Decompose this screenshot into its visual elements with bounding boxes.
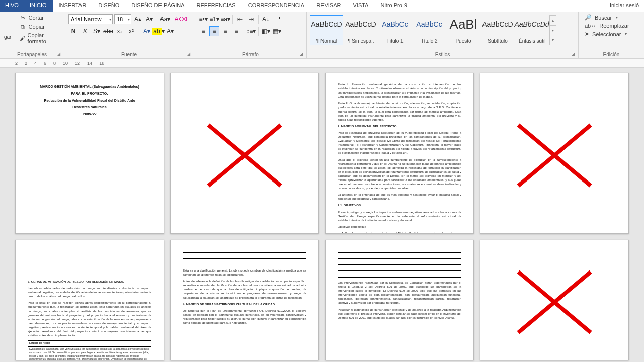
tab-layout[interactable]: DISEÑO DE PÁGINA xyxy=(125,0,190,12)
group-label-font: Fuente xyxy=(64,52,194,57)
brush-icon: 🖌 xyxy=(19,35,25,42)
grow-font-button[interactable]: A▴ xyxy=(133,14,143,24)
shading-button[interactable]: ◧▾ xyxy=(261,26,271,36)
select-button[interactable]: ➤ Seleccionar▾ xyxy=(585,31,638,37)
superscript-button[interactable]: x² xyxy=(126,26,136,36)
paragraph-launcher[interactable]: ◢ xyxy=(300,52,305,57)
change-case-button[interactable]: Aa▾ xyxy=(160,14,170,24)
font-name-combo[interactable]: Arial Narrow▾ xyxy=(68,14,113,24)
copy-button[interactable]: ⧉ Copiar xyxy=(19,23,59,30)
replace-button[interactable]: ab↔ Reemplazar xyxy=(585,23,638,29)
font-launcher[interactable]: ◢ xyxy=(187,52,192,57)
group-label-editing: Edición xyxy=(579,52,644,57)
subscript-button[interactable]: x₂ xyxy=(115,26,125,36)
table xyxy=(338,252,461,278)
signin-link[interactable]: Iniciar sesió xyxy=(605,0,644,12)
replace-icon: ab↔ xyxy=(585,23,596,29)
style---normal[interactable]: AaBbCcD¶ Normal xyxy=(310,15,343,45)
scissors-icon: ✂ xyxy=(19,14,26,21)
numbering-button[interactable]: ≡1▾ xyxy=(209,14,219,24)
page-thumbnail-8[interactable] xyxy=(480,240,629,360)
underline-button[interactable]: S▾ xyxy=(92,26,102,36)
group-label-clipboard: Portapapeles xyxy=(0,52,64,57)
find-button[interactable]: 🔎 Buscar▾ xyxy=(585,14,638,21)
increase-indent-button[interactable]: ⇥ xyxy=(246,14,256,24)
tab-nitro[interactable]: Nitro Pro 9 xyxy=(374,0,413,12)
tab-references[interactable]: REFERENCIAS xyxy=(190,0,242,12)
table: Estudio de riesgo Evaluación de la amena… xyxy=(28,340,151,360)
style-puesto[interactable]: AaBlPuesto xyxy=(447,15,480,45)
style---sin-espa---[interactable]: AaBbCcD¶ Sin espa... xyxy=(344,15,377,45)
group-paragraph: ≡•▾ ≡1▾ ≡a▾ ⇤ ⇥ A↓ ¶ ≡ ≡ ≡ ≡ ↕≡▾ ◧▾ ▦ xyxy=(194,12,307,58)
ribbon-tabs: HIVO INICIO INSERTAR DISEÑO DISEÑO DE PÁ… xyxy=(0,0,644,12)
horizontal-ruler[interactable]: 2246810121418 xyxy=(0,59,644,68)
format-painter-button[interactable]: 🖌 Copiar formato xyxy=(19,32,59,44)
tab-home[interactable]: INICIO xyxy=(24,0,53,12)
tab-insert[interactable]: INSERTAR xyxy=(53,0,93,12)
text-effects-button[interactable]: A▾ xyxy=(142,26,152,36)
style-subt-tulo[interactable]: AaBbCcDSubtítulo xyxy=(481,15,514,45)
borders-button[interactable]: ▦▾ xyxy=(272,26,282,36)
paste-icon: gar xyxy=(4,34,11,40)
shrink-font-button[interactable]: A▾ xyxy=(144,14,154,24)
styles-launcher[interactable]: ◢ xyxy=(572,52,577,57)
styles-gallery-handle[interactable]: ▴▾▾ xyxy=(549,15,556,45)
group-label-paragraph: Párrafo xyxy=(194,52,306,57)
copy-icon: ⧉ xyxy=(19,23,26,30)
binoculars-icon: 🔎 xyxy=(585,14,592,21)
style-t-tulo-1[interactable]: AaBbCcTítulo 1 xyxy=(378,15,412,45)
tab-mailings[interactable]: CORRESPONDENCIA xyxy=(242,0,310,12)
red-x-overlay xyxy=(480,73,628,233)
decrease-indent-button[interactable]: ⇤ xyxy=(235,14,245,24)
group-label-styles: Estilos xyxy=(307,52,578,57)
clear-format-button[interactable]: A⌫ xyxy=(176,14,186,24)
ribbon: gar ✂ Cortar ⧉ Copiar 🖌 Copiar formato P… xyxy=(0,12,644,59)
paste-button[interactable]: gar xyxy=(2,13,13,45)
italic-button[interactable]: K xyxy=(80,26,90,36)
style--nfasis-sutil[interactable]: AaBbCcDdÉnfasis sutil xyxy=(515,15,548,45)
tab-view[interactable]: VISTA xyxy=(347,0,374,12)
group-editing: 🔎 Buscar▾ ab↔ Reemplazar ➤ Seleccionar▾ … xyxy=(579,12,644,58)
align-right-button[interactable]: ≡ xyxy=(220,26,230,36)
group-styles: AaBbCcD¶ NormalAaBbCcD¶ Sin espa...AaBbC… xyxy=(307,12,579,58)
group-clipboard: gar ✂ Cortar ⧉ Copiar 🖌 Copiar formato P… xyxy=(0,12,64,58)
style-t-tulo-2[interactable]: AaBbCcTítulo 2 xyxy=(413,15,446,45)
bold-button[interactable]: N xyxy=(68,26,78,36)
highlight-button[interactable]: ab▾ xyxy=(153,26,164,36)
sort-button[interactable]: A↓ xyxy=(261,14,271,24)
page-thumbnail-5[interactable]: 3. OBRAS DE MITIGACIÓN DE RIESGO POR REM… xyxy=(15,240,164,360)
page-thumbnail-2[interactable] xyxy=(170,73,319,234)
font-size-combo[interactable]: 18▾ xyxy=(114,14,131,24)
table xyxy=(183,252,306,265)
page-thumbnail-7[interactable]: Las intervenciones realizadas por la Sec… xyxy=(325,240,474,360)
show-marks-button[interactable]: ¶ xyxy=(275,14,285,24)
tab-file[interactable]: HIVO xyxy=(0,0,24,12)
align-left-button[interactable]: ≡ xyxy=(198,26,208,36)
bullets-button[interactable]: ≡•▾ xyxy=(198,14,208,24)
tab-review[interactable]: REVISAR xyxy=(310,0,347,12)
page-thumbnail-3[interactable]: Parte I. Evaluación ambiental genérica d… xyxy=(325,73,474,234)
multilevel-button[interactable]: ≡a▾ xyxy=(220,14,230,24)
strike-button[interactable]: abc xyxy=(103,26,113,36)
page-thumbnail-4[interactable] xyxy=(480,73,629,234)
line-spacing-button[interactable]: ↕≡▾ xyxy=(246,26,256,36)
font-color-button[interactable]: A▾ xyxy=(165,26,175,36)
align-center-button[interactable]: ≡ xyxy=(209,26,219,36)
cursor-icon: ➤ xyxy=(585,31,589,37)
document-area[interactable]: MARCO GESTIÓN AMBIENTAL (Salvaguardas Am… xyxy=(0,68,644,362)
red-x-overlay xyxy=(480,240,628,360)
clipboard-launcher[interactable]: ◢ xyxy=(57,52,62,57)
page-thumbnail-6[interactable]: Esta es una clasificación general. La ob… xyxy=(170,240,319,360)
page-thumbnail-1[interactable]: MARCO GESTIÓN AMBIENTAL (Salvaguardas Am… xyxy=(15,73,164,234)
group-font: Arial Narrow▾ 18▾ A▴ A▾ Aa▾ A⌫ N K S▾ ab… xyxy=(64,12,194,58)
red-x-overlay xyxy=(171,73,318,233)
tab-design[interactable]: DISEÑO xyxy=(92,0,125,12)
cut-button[interactable]: ✂ Cortar xyxy=(19,14,59,21)
justify-button[interactable]: ≡ xyxy=(231,26,242,36)
